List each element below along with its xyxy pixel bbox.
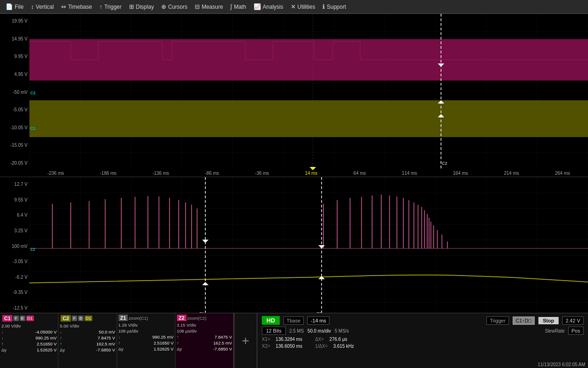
y-label-7: -15.05 V xyxy=(0,143,29,148)
by-label-6: -6.2 V xyxy=(0,275,29,280)
cursors-icon: ⊕ xyxy=(161,3,166,10)
hd-badge: HD xyxy=(262,316,280,325)
timebase-icon: ⇔ xyxy=(61,3,66,10)
file-menu[interactable]: 📄 File xyxy=(2,1,27,12)
vertical-menu[interactable]: ↕ Vertical xyxy=(27,1,57,12)
z2-val2: 162.5 mV xyxy=(213,340,232,345)
trigger-menu[interactable]: ↑ Trigger xyxy=(96,1,125,12)
top-y-axis: 19.95 V 14.95 V 9.95 V 4.95 V -50 mV -5.… xyxy=(0,18,29,166)
by-label-3: 3.25 V xyxy=(0,228,29,233)
display-icon: ⊞ xyxy=(129,3,134,10)
by-label-5: -3.05 V xyxy=(0,259,29,264)
top-x-2: -136 ms xyxy=(153,171,169,176)
y-label-3: 4.95 V xyxy=(0,72,29,77)
display-area: 19.95 V 14.95 V 9.95 V 4.95 V -50 mV -5.… xyxy=(0,14,588,327)
math-menu[interactable]: ∫ Math xyxy=(227,1,250,12)
mss-1: 2.5 MS xyxy=(289,328,304,334)
c1-name: C1 xyxy=(2,315,12,322)
top-waveform-panel: 19.95 V 14.95 V 9.95 V 4.95 V -50 mV -5.… xyxy=(0,14,588,177)
top-x-3: -86 ms xyxy=(205,171,219,176)
display-menu[interactable]: ⊞ Display xyxy=(125,1,158,12)
svg-rect-0 xyxy=(29,14,588,168)
svg-rect-1 xyxy=(29,39,588,80)
voltage-val: 2.42 V xyxy=(562,316,583,325)
x1-val: 136.3284 ms xyxy=(276,337,302,342)
cursors-menu[interactable]: ⊕ Cursors xyxy=(158,1,191,12)
stop-badge[interactable]: Stop xyxy=(538,317,559,324)
file-icon: 📄 xyxy=(6,3,13,10)
z2-val1: 7.8475 V xyxy=(215,334,232,339)
bottom-waveform-panel: 12.7 V 9.55 V 6.4 V 3.25 V 100 mV -3.05 … xyxy=(0,177,588,327)
top-x-9: 214 ms xyxy=(504,171,519,176)
right-info-panel: HD Tbase -14 ms Trigger C1↑D□ Stop 2.42 … xyxy=(257,313,588,368)
info-row-x2: X2= 136.6050 ms 1/ΔX= 3.615 kHz xyxy=(262,344,583,349)
svg-rect-2 xyxy=(29,100,588,137)
x2-label: X2= xyxy=(262,344,270,349)
pos-badge: Pos xyxy=(568,327,583,335)
z1-measurement-box: Z1 zoom(C1) 1.26 V/div 108 μs/div ↓ 990.… xyxy=(117,313,175,368)
utilities-menu[interactable]: ✕ Utilities xyxy=(287,1,319,12)
measure-menu[interactable]: ⊟ Measure xyxy=(191,1,227,12)
y-label-0: 19.95 V xyxy=(0,18,29,23)
c1-badge-b: B xyxy=(20,316,25,321)
c2-val3: 162.5 mV xyxy=(96,341,115,346)
c1-badge-d1: D1 xyxy=(26,316,34,321)
z2-val3: -7.6850 V xyxy=(213,346,232,351)
plus-icon: + xyxy=(242,334,249,348)
mss-2: 5 MS/s xyxy=(334,328,349,334)
measure-icon: ⊟ xyxy=(195,3,200,10)
c2-name: C2 xyxy=(61,315,71,322)
by-label-7: -9.35 V xyxy=(0,290,29,295)
vertical-icon: ↕ xyxy=(31,3,34,10)
c2-badge-b: B xyxy=(78,316,84,321)
by-label-4: 100 mV xyxy=(0,244,29,249)
top-x-10: 264 ms xyxy=(555,171,570,176)
c1-val2: 990.25 mV xyxy=(35,335,57,340)
top-x-5: 14 ms xyxy=(305,171,317,176)
dx-val: 276.6 μs xyxy=(329,337,347,342)
y-label-1: 14.95 V xyxy=(0,36,29,41)
y-label-5: -5.05 V xyxy=(0,107,29,112)
z1-val3: 1.52625 V xyxy=(153,346,173,351)
x1-label: X1= xyxy=(262,337,270,342)
c2-badge-d1: D1 xyxy=(85,316,93,321)
by-label-1: 9.55 V xyxy=(0,197,29,202)
timebase-menu[interactable]: ⇔ Timebase xyxy=(57,1,96,12)
z2-measurement-box: Z2 zoom(C2) 3.15 V/div 108 μs/div ↑ 7.84… xyxy=(175,313,234,368)
y-label-8: -20.05 V xyxy=(0,161,29,166)
top-x-1: -186 ms xyxy=(100,171,117,176)
slew-label: SlewRate xyxy=(545,328,565,334)
tbase-val: -14 ms xyxy=(307,316,329,325)
top-x-0: -236 ms xyxy=(47,171,64,176)
c2-val4: -7.6850 V xyxy=(96,347,115,352)
top-x-6: 64 ms xyxy=(353,171,366,176)
info-bar: C1 F B D1 2.00 V/div ↓ -4.05000 V ↓ 990.… xyxy=(0,313,588,368)
z2-name: Z2 xyxy=(177,315,187,321)
tbase-label: Tbase xyxy=(283,316,304,325)
z1-val1: 990.25 mV xyxy=(153,334,174,339)
top-x-8: 164 ms xyxy=(453,171,468,176)
bits-badge: 12 Bits xyxy=(262,327,286,335)
top-x-4: -36 ms xyxy=(255,171,269,176)
x2-val: 136.6050 ms xyxy=(276,344,302,349)
inv-dx-label: 1/ΔX= xyxy=(315,344,328,349)
info-row-2: 12 Bits 2.5 MS 50.0 ms/div 5 MS/s SlewRa… xyxy=(262,327,583,335)
analysis-icon: 📈 xyxy=(254,3,261,10)
c1-val1: -4.05000 V xyxy=(35,329,57,334)
c1-measurement-box: C1 F B D1 2.00 V/div ↓ -4.05000 V ↓ 990.… xyxy=(0,313,58,368)
add-measurement-button[interactable]: + xyxy=(234,313,257,368)
dx-label: ΔX= xyxy=(315,337,324,342)
analysis-menu[interactable]: 📈 Analysis xyxy=(250,1,287,12)
c2-badge-f: F xyxy=(72,316,77,321)
top-x-7: 114 ms xyxy=(402,171,417,176)
trigger-val: C1↑D□ xyxy=(513,316,535,325)
inv-dx-val: 3.615 kHz xyxy=(333,344,354,349)
math-icon: ∫ xyxy=(231,3,232,10)
support-menu[interactable]: ℹ Support xyxy=(319,1,350,12)
cursor-c2-label: C2 xyxy=(442,161,447,166)
c2-val2: 7.8475 V xyxy=(97,335,115,340)
trigger-label: Trigger xyxy=(486,316,509,325)
y-label-2: 9.95 V xyxy=(0,54,29,59)
top-waveform-svg: C2 C1 C2 xyxy=(29,14,588,170)
c1-val4: 1.52625 V xyxy=(37,347,57,352)
